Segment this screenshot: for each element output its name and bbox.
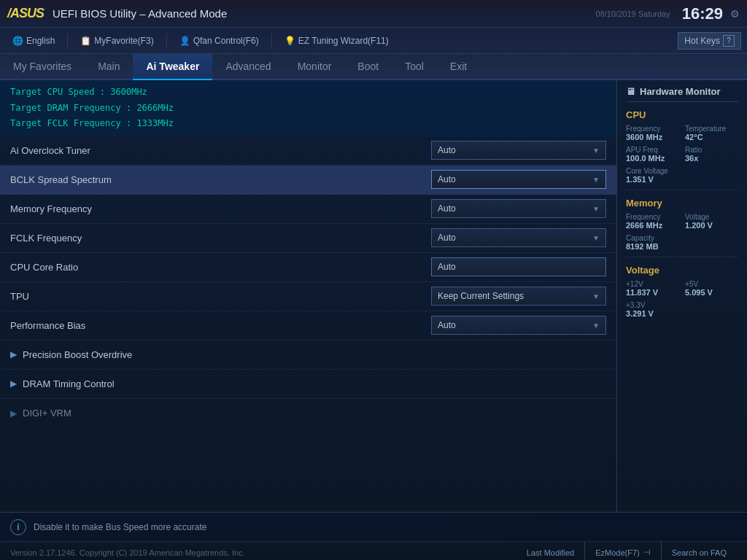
hotkeys-button[interactable]: Hot Keys ? [678, 32, 741, 50]
nav-boot[interactable]: Boot [344, 54, 392, 79]
hw-core-voltage: Core Voltage 1.351 V [626, 167, 738, 184]
ratio-label: Ratio [685, 146, 738, 154]
target-fclk-freq: Target FCLK Frequency : 1333MHz [10, 116, 606, 132]
ezmode-button[interactable]: EzMode(F7) ⊣ [584, 542, 661, 561]
bclk-spread-spectrum-control[interactable]: Auto ▼ [431, 170, 606, 189]
cpu-core-ratio-label: CPU Core Ratio [10, 262, 431, 273]
cpu-freq-label: Frequency [626, 125, 679, 133]
memory-freq-label: Frequency [626, 213, 679, 221]
settings-list: Ai Overclock Tuner Auto ▼ BCLK Spread Sp… [0, 136, 616, 428]
dropdown-arrow-4: ▼ [592, 234, 600, 242]
cpu-temp-label: Temperature [685, 125, 738, 133]
language-selector[interactable]: 🌐 English [6, 32, 61, 50]
v33-value: 3.291 V [626, 309, 738, 318]
cpu-core-ratio-input[interactable] [431, 257, 606, 276]
nav-my-favorites[interactable]: My Favorites [0, 54, 85, 79]
hw-voltage-33: +3.3V 3.291 V [626, 301, 738, 318]
bclk-spread-spectrum-label: BCLK Spread Spectrum [10, 174, 431, 185]
core-voltage-value: 1.351 V [626, 175, 738, 184]
nav-exit[interactable]: Exit [437, 54, 480, 79]
header-date: 08/10/2019 Saturday [596, 9, 670, 18]
dram-timing-control-label: DRAM Timing Control [23, 378, 115, 389]
myfavorite-icon: 📋 [80, 36, 91, 46]
fclk-frequency-control[interactable]: Auto ▼ [431, 228, 606, 247]
cpu-core-ratio-row[interactable]: CPU Core Ratio [0, 253, 616, 282]
memory-voltage-value: 1.200 V [685, 221, 738, 230]
v12-label: +12V [626, 280, 679, 288]
qfan-icon: 👤 [179, 36, 190, 46]
tpu-control[interactable]: Keep Current Settings ▼ [431, 287, 606, 306]
nav-advanced[interactable]: Advanced [212, 54, 284, 79]
apu-freq-label: APU Freq [626, 146, 679, 154]
qfan-button[interactable]: 👤 Qfan Control(F6) [173, 32, 266, 50]
v5-label: +5V [685, 280, 738, 288]
hw-memory-capacity: Capacity 8192 MB [626, 234, 738, 251]
ai-overclock-tuner-dropdown[interactable]: Auto ▼ [431, 141, 606, 160]
ai-overclock-tuner-control[interactable]: Auto ▼ [431, 141, 606, 160]
dram-timing-control-row[interactable]: ▶ DRAM Timing Control [0, 370, 616, 399]
last-modified-button[interactable]: Last Modified [516, 542, 584, 561]
bclk-spread-spectrum-row[interactable]: BCLK Spread Spectrum Auto ▼ [0, 166, 616, 195]
content-area: Target CPU Speed : 3600MHz Target DRAM F… [0, 80, 617, 512]
footer: Version 2.17.1246. Copyright (C) 2019 Am… [0, 541, 747, 560]
hw-voltage-12-5: +12V 11.837 V +5V 5.095 V [626, 280, 738, 297]
expand-arrow-3: ▶ [10, 408, 17, 419]
cpu-temp-value: 42°C [685, 133, 738, 141]
bclk-spread-spectrum-dropdown[interactable]: Auto ▼ [431, 170, 606, 189]
hw-memory-section-title: Memory [626, 198, 738, 209]
precision-boost-overdrive-row[interactable]: ▶ Precision Boost Overdrive [0, 341, 616, 370]
ezmode-icon: ⊣ [643, 548, 651, 557]
cpu-freq-value: 3600 MHz [626, 133, 679, 141]
memory-frequency-label: Memory Frequency [10, 203, 431, 214]
fclk-frequency-row[interactable]: FCLK Frequency Auto ▼ [0, 224, 616, 253]
v12-value: 11.837 V [626, 288, 679, 297]
settings-icon[interactable]: ⚙ [730, 8, 740, 20]
info-icon: i [10, 519, 26, 535]
cpu-core-ratio-control[interactable] [431, 257, 606, 276]
hw-memory-freq-volt: Frequency 2666 MHz Voltage 1.200 V [626, 213, 738, 230]
monitor-icon: 🖥 [626, 86, 635, 97]
main-layout: Target CPU Speed : 3600MHz Target DRAM F… [0, 80, 747, 512]
tpu-label: TPU [10, 291, 431, 302]
performance-bias-row[interactable]: Performance Bias Auto ▼ [0, 311, 616, 341]
myfavorite-button[interactable]: 📋 MyFavorite(F3) [74, 32, 160, 50]
hw-cpu-section-title: CPU [626, 109, 738, 120]
hw-cpu-freq-temp: Frequency 3600 MHz Temperature 42°C [626, 125, 738, 141]
ai-overclock-tuner-row[interactable]: Ai Overclock Tuner Auto ▼ [0, 136, 616, 166]
digi-vrm-row[interactable]: ▶ DIGI+ VRM [0, 399, 616, 428]
fclk-frequency-dropdown[interactable]: Auto ▼ [431, 228, 606, 247]
performance-bias-control[interactable]: Auto ▼ [431, 316, 606, 335]
nav-main[interactable]: Main [85, 54, 133, 79]
memory-frequency-row[interactable]: Memory Frequency Auto ▼ [0, 195, 616, 224]
eztuning-button[interactable]: 💡 EZ Tuning Wizard(F11) [278, 32, 395, 50]
memory-capacity-value: 8192 MB [626, 242, 738, 251]
navigation: My Favorites Main Ai Tweaker Advanced Mo… [0, 54, 747, 80]
toolbar-separator-1 [67, 34, 68, 48]
asus-logo: /ASUS [7, 6, 44, 21]
expand-arrow-1: ▶ [10, 349, 17, 359]
target-dram-freq: Target DRAM Frequency : 2666MHz [10, 101, 606, 117]
language-icon: 🌐 [12, 36, 23, 46]
search-faq-button[interactable]: Search on FAQ [661, 542, 737, 561]
hw-cpu-apu-ratio: APU Freq 100.0 MHz Ratio 36x [626, 146, 738, 163]
tpu-dropdown[interactable]: Keep Current Settings ▼ [431, 287, 606, 306]
memory-frequency-control[interactable]: Auto ▼ [431, 199, 606, 218]
clock-display: 16:29 [682, 4, 723, 23]
v5-value: 5.095 V [685, 288, 738, 297]
digi-vrm-label: DIGI+ VRM [23, 408, 71, 419]
memory-frequency-dropdown[interactable]: Auto ▼ [431, 199, 606, 218]
apu-freq-value: 100.0 MHz [626, 154, 679, 163]
tpu-row[interactable]: TPU Keep Current Settings ▼ [0, 282, 616, 311]
ratio-value: 36x [685, 154, 738, 163]
toolbar-separator-3 [271, 34, 272, 48]
nav-monitor[interactable]: Monitor [285, 54, 345, 79]
hw-monitor-title: 🖥 Hardware Monitor [626, 86, 738, 102]
nav-tool[interactable]: Tool [392, 54, 437, 79]
nav-ai-tweaker[interactable]: Ai Tweaker [133, 54, 212, 80]
fclk-frequency-label: FCLK Frequency [10, 233, 431, 244]
precision-boost-overdrive-label: Precision Boost Overdrive [23, 349, 132, 360]
toolbar-separator-2 [166, 34, 167, 48]
performance-bias-dropdown[interactable]: Auto ▼ [431, 316, 606, 335]
expand-arrow-2: ▶ [10, 378, 17, 389]
memory-freq-value: 2666 MHz [626, 221, 679, 230]
